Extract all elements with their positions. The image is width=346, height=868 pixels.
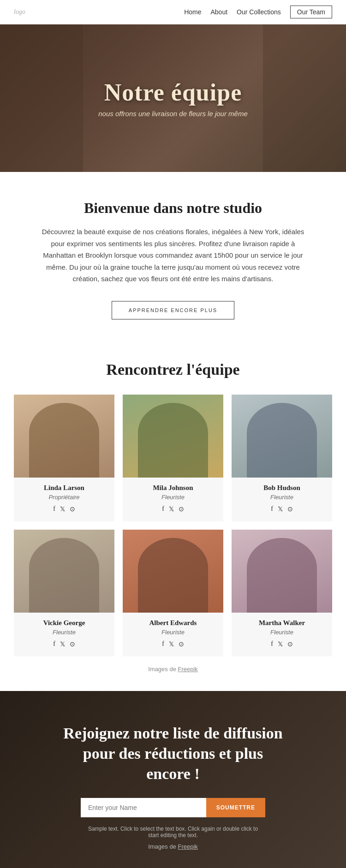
- team-card-info: Mila Johnson Fleuriste f 𝕏 ⊙: [123, 478, 223, 521]
- instagram-icon[interactable]: ⊙: [70, 640, 75, 648]
- newsletter-form: SOUMETTRE: [81, 798, 265, 817]
- instagram-icon[interactable]: ⊙: [70, 505, 75, 513]
- nav-links: Home About Our Collections Our Team: [184, 6, 332, 18]
- team-title: Rencontrez l'équipe: [14, 361, 332, 378]
- newsletter-name-input[interactable]: [81, 798, 206, 817]
- team-member-name: Mila Johnson: [127, 484, 219, 492]
- team-member-name: Martha Walker: [236, 619, 328, 627]
- newsletter-section: Rejoignez notre liste de diffusion pour …: [0, 691, 346, 868]
- newsletter-submit-button[interactable]: SOUMETTRE: [206, 798, 265, 817]
- logo: logo: [14, 8, 25, 16]
- team-member-role: Fleuriste: [236, 629, 328, 636]
- nav-our-team[interactable]: Our Team: [290, 6, 332, 18]
- team-card-image: [123, 530, 223, 613]
- instagram-icon[interactable]: ⊙: [179, 505, 184, 513]
- twitter-icon[interactable]: 𝕏: [60, 640, 65, 648]
- team-card-image: [14, 530, 114, 613]
- team-social-links: f 𝕏 ⊙: [236, 505, 328, 513]
- twitter-icon[interactable]: 𝕏: [60, 505, 65, 513]
- freepik-link-newsletter[interactable]: Freepik: [178, 843, 197, 850]
- team-member-role: Fleuriste: [18, 629, 110, 636]
- newsletter-credits: Images de Freepik: [18, 843, 328, 850]
- team-social-links: f 𝕏 ⊙: [127, 640, 219, 648]
- instagram-icon[interactable]: ⊙: [287, 640, 293, 648]
- twitter-icon[interactable]: 𝕏: [278, 505, 283, 513]
- hero-section: Notre équipe nous offrons une livraison …: [0, 24, 346, 172]
- facebook-icon[interactable]: f: [271, 505, 273, 513]
- team-card-info: Albert Edwards Fleuriste f 𝕏 ⊙: [123, 613, 223, 656]
- instagram-icon[interactable]: ⊙: [179, 640, 184, 648]
- facebook-icon[interactable]: f: [271, 640, 273, 648]
- instagram-icon[interactable]: ⊙: [287, 505, 293, 513]
- team-member-name: Vickie George: [18, 619, 110, 627]
- twitter-icon[interactable]: 𝕏: [278, 640, 283, 648]
- team-member-role: Fleuriste: [127, 494, 219, 501]
- welcome-section: Bienvenue dans notre studio Découvrez la…: [0, 172, 346, 338]
- facebook-icon[interactable]: f: [162, 640, 164, 648]
- twitter-icon[interactable]: 𝕏: [169, 505, 174, 513]
- team-card-info: Linda Larson Propriétaire f 𝕏 ⊙: [14, 478, 114, 521]
- freepik-link[interactable]: Freepik: [178, 666, 197, 673]
- team-credits: Images de Freepik: [14, 666, 332, 673]
- team-member-role: Fleuriste: [236, 494, 328, 501]
- team-member-name: Albert Edwards: [127, 619, 219, 627]
- team-card-image: [14, 395, 114, 478]
- team-member-role: Fleuriste: [127, 629, 219, 636]
- team-card-image: [232, 530, 332, 613]
- team-card: Martha Walker Fleuriste f 𝕏 ⊙: [232, 530, 332, 656]
- facebook-icon[interactable]: f: [162, 505, 164, 513]
- team-card-info: Vickie George Fleuriste f 𝕏 ⊙: [14, 613, 114, 656]
- team-section: Rencontrez l'équipe Linda Larson Proprié…: [0, 338, 346, 686]
- team-card: Mila Johnson Fleuriste f 𝕏 ⊙: [123, 395, 223, 521]
- team-member-name: Linda Larson: [18, 484, 110, 492]
- learn-more-button[interactable]: APPRENDRE ENCORE PLUS: [112, 301, 234, 319]
- nav-home[interactable]: Home: [184, 8, 201, 16]
- team-grid: Linda Larson Propriétaire f 𝕏 ⊙ Mila Joh…: [14, 395, 332, 656]
- newsletter-sample-text: Sample text. Click to select the text bo…: [85, 826, 261, 838]
- team-card-info: Bob Hudson Fleuriste f 𝕏 ⊙: [232, 478, 332, 521]
- team-card-image: [232, 395, 332, 478]
- nav-about[interactable]: About: [210, 8, 227, 16]
- navbar: logo Home About Our Collections Our Team: [0, 0, 346, 24]
- team-social-links: f 𝕏 ⊙: [18, 640, 110, 648]
- team-member-role: Propriétaire: [18, 494, 110, 501]
- hero-subtitle: nous offrons une livraison de fleurs le …: [98, 110, 248, 118]
- team-card: Vickie George Fleuriste f 𝕏 ⊙: [14, 530, 114, 656]
- team-card: Linda Larson Propriétaire f 𝕏 ⊙: [14, 395, 114, 521]
- team-card-info: Martha Walker Fleuriste f 𝕏 ⊙: [232, 613, 332, 656]
- newsletter-content: Rejoignez notre liste de diffusion pour …: [18, 723, 328, 850]
- facebook-icon[interactable]: f: [53, 505, 55, 513]
- welcome-title: Bienvenue dans notre studio: [37, 200, 309, 217]
- welcome-text: Découvrez la beauté exquise de nos créat…: [39, 226, 307, 285]
- team-member-name: Bob Hudson: [236, 484, 328, 492]
- team-card: Bob Hudson Fleuriste f 𝕏 ⊙: [232, 395, 332, 521]
- hero-content: Notre équipe nous offrons une livraison …: [98, 79, 248, 118]
- team-social-links: f 𝕏 ⊙: [18, 505, 110, 513]
- newsletter-title: Rejoignez notre liste de diffusion pour …: [62, 723, 284, 785]
- team-card: Albert Edwards Fleuriste f 𝕏 ⊙: [123, 530, 223, 656]
- team-social-links: f 𝕏 ⊙: [127, 505, 219, 513]
- team-social-links: f 𝕏 ⊙: [236, 640, 328, 648]
- team-card-image: [123, 395, 223, 478]
- twitter-icon[interactable]: 𝕏: [169, 640, 174, 648]
- facebook-icon[interactable]: f: [53, 640, 55, 648]
- nav-collections[interactable]: Our Collections: [237, 8, 281, 16]
- hero-title: Notre équipe: [98, 79, 248, 106]
